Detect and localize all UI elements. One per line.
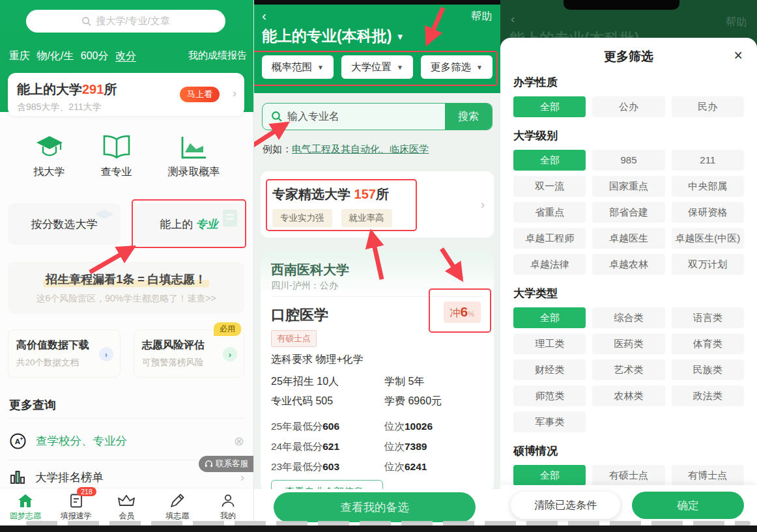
filter-chip[interactable]: 国家重点 [592, 176, 664, 197]
chip-grid: 全部985211双一流国家重点中央部属省重点部省合建保研资格卓越工程师卓越医生卓… [513, 150, 744, 275]
score-report-link[interactable]: 我的成绩报告 [188, 49, 247, 63]
major-name[interactable]: 口腔医学 [271, 305, 328, 325]
risk-banner-subtitle[interactable]: 这6个风险雷区，90%学生都忽略了！速查>> [8, 293, 244, 305]
select-by-score-button[interactable]: 按分数选大学 [8, 203, 121, 245]
majors-button-prefix: 能上的 [160, 217, 193, 232]
home-screen: 搜大学/专业/文章 重庆 物/化/生 600分 改分 我的成绩报告 能上的大学2… [0, 0, 254, 532]
filter-chip[interactable]: 有硕士点 [592, 465, 664, 486]
back-icon[interactable]: ‹ [262, 8, 266, 23]
info-row: 专业代码 505学费 6960元 [271, 391, 483, 411]
tab-3[interactable]: 填志愿 [152, 488, 203, 525]
filter-chip[interactable]: 卓越医生 [592, 228, 664, 249]
tab-2[interactable]: 会员 [102, 488, 152, 525]
chevron-circle-icon[interactable]: › [223, 347, 237, 361]
tab-0[interactable]: 圆梦志愿 [0, 488, 51, 525]
filter-chip[interactable]: 保研资格 [672, 202, 744, 223]
filter-dropdown-1[interactable]: 大学位置 ▼ [341, 55, 413, 79]
filter-chip[interactable]: 财经类 [513, 359, 586, 380]
tab-1[interactable]: 218 填报速学 [51, 488, 102, 525]
close-icon[interactable]: × [734, 48, 743, 63]
dismiss-icon[interactable]: ⊗ [234, 434, 244, 449]
major-result-card[interactable]: 西南医科大学 四川-泸州：公办 口腔医学 冲6% 有硕士点 选科要求 物理+化学… [261, 251, 494, 492]
filter-chip[interactable]: 985 [592, 150, 664, 171]
subject-requirement: 选科要求 物理+化学 [271, 353, 364, 367]
filter-chip[interactable]: 省重点 [513, 202, 586, 223]
city-label[interactable]: 重庆 [9, 50, 30, 61]
filter-chip[interactable]: 民族类 [672, 359, 744, 380]
tool-card-0[interactable]: 高价值数据下载 共20个数据文档 › [8, 329, 121, 378]
filter-chip[interactable]: 师范类 [513, 385, 586, 406]
search-button[interactable]: 搜索 [445, 104, 492, 130]
admissible-majors-button[interactable]: 能上的 专业 [134, 203, 244, 245]
search-icon [81, 16, 91, 26]
filter-chip[interactable]: 全部 [513, 96, 586, 117]
filter-chip[interactable]: 农林类 [592, 385, 664, 406]
view-my-shortlist-button[interactable]: 查看我的备选 [274, 492, 476, 522]
filter-chip[interactable]: 医药类 [592, 333, 664, 354]
filter-chip[interactable]: 全部 [513, 465, 586, 486]
more-filters-sheet: 更多筛选 × 办学性质 全部公办民办 大学级别 全部985211双一流国家重点中… [500, 38, 757, 525]
chevron-circle-icon[interactable]: › [99, 347, 113, 361]
section-heading: 硕博情况 [513, 443, 744, 458]
tool-card-subtitle: 共20个数据文档 [16, 357, 112, 369]
filter-chip[interactable]: 全部 [513, 307, 586, 328]
filter-chip[interactable]: 公办 [592, 96, 664, 117]
filter-chip[interactable]: 民办 [672, 96, 744, 117]
tab-4[interactable]: 我的 [203, 488, 253, 525]
filter-chip[interactable]: 体育类 [672, 333, 744, 354]
filter-chip[interactable]: 全部 [513, 150, 586, 171]
filter-dropdown-2[interactable]: 更多筛选 ▼ [421, 55, 493, 79]
filter-row: 概率范围 ▼ 大学位置 ▼ 更多筛选 ▼ [262, 55, 493, 79]
filter-label: 概率范围 [272, 61, 312, 74]
filter-chip[interactable]: 有博士点 [672, 465, 744, 486]
filter-sheet-screen: ‹ 帮助 能上的专业(本科批) 更多筛选 × 办学性质 全部公办民办 大学级别 … [500, 0, 757, 532]
filter-dropdown-0[interactable]: 概率范围 ▼ [262, 55, 334, 79]
filter-chip[interactable]: 理工类 [513, 333, 586, 354]
filter-chip[interactable]: 卓越农林 [592, 254, 664, 275]
filter-chip[interactable]: 综合类 [592, 307, 664, 328]
search-icon [271, 111, 282, 122]
admissible-universities-card[interactable]: 能上的大学291所 含985大学、211大学 马上看 › [8, 73, 244, 116]
filter-chip[interactable]: 艺术类 [592, 359, 664, 380]
filter-chip[interactable]: 政法类 [672, 385, 744, 406]
filter-chip[interactable]: 211 [672, 150, 744, 171]
example-links[interactable]: 电气工程及其自动化、临床医学 [292, 143, 429, 154]
expert-universities-card[interactable]: 专家精选大学 157所 专业实力强就业率高 › [261, 171, 494, 238]
clear-filters-button[interactable]: 清除已选条件 [511, 492, 620, 519]
risk-banner[interactable]: 招生章程漏看1条 = 白填志愿！ 这6个风险雷区，90%学生都忽略了！速查>> [8, 262, 244, 314]
filter-chip[interactable]: 中央部属 [672, 176, 744, 197]
tool-cards: 高价值数据下载 共20个数据文档 › 必用 志愿风险评估 可预警落榜风险 › [0, 329, 253, 378]
home-search-bar[interactable]: 搜大学/专业/文章 [26, 10, 225, 33]
tool-card-1[interactable]: 必用 志愿风险评估 可预警落榜风险 › [134, 329, 244, 378]
a-plus-icon: A+ [9, 432, 27, 450]
filter-chip[interactable]: 卓越法律 [513, 254, 586, 275]
quick-action-0[interactable]: 找大学 [34, 134, 65, 179]
see-now-badge[interactable]: 马上看 [180, 87, 220, 102]
filter-chip[interactable]: 双一流 [513, 176, 586, 197]
filter-chip[interactable]: 军事类 [513, 412, 586, 432]
filter-chip[interactable]: 双万计划 [672, 254, 744, 275]
filter-chip[interactable]: 语言类 [672, 307, 744, 328]
home-icon [17, 493, 34, 509]
university-name[interactable]: 西南医科大学 [271, 261, 349, 279]
select-by-score-label: 按分数选大学 [31, 217, 98, 232]
sheet-bottom-bar: 清除已选条件 确定 [500, 485, 757, 525]
tab-bar: 圆梦志愿 218 填报速学 会员 填志愿 我的 [0, 488, 253, 525]
confirm-button[interactable]: 确定 [632, 492, 744, 519]
majors-header [254, 5, 500, 93]
query-row-0[interactable]: A+ 查学校分、专业分⊗ [0, 426, 253, 456]
page-title[interactable]: 能上的专业(本科批) ▼ [262, 26, 405, 46]
contact-support-badge[interactable]: 联系客服 [199, 456, 253, 472]
major-search-input[interactable] [263, 104, 445, 130]
quick-action-1[interactable]: 查专业 [101, 134, 132, 179]
major-search-bar[interactable]: 搜索 [262, 103, 493, 130]
quick-action-label: 测录取概率 [168, 165, 220, 179]
filter-chip[interactable]: 卓越工程师 [513, 228, 586, 249]
expert-card-tags: 专业实力强就业率高 [272, 209, 392, 227]
filter-chip[interactable]: 卓越医生(中医) [672, 228, 744, 249]
chip-grid: 全部有硕士点有博士点 [513, 465, 744, 486]
filter-chip[interactable]: 部省合建 [592, 202, 664, 223]
change-score-link[interactable]: 改分 [115, 50, 136, 61]
help-link[interactable]: 帮助 [471, 10, 492, 23]
quick-action-2[interactable]: 测录取概率 [168, 134, 220, 179]
